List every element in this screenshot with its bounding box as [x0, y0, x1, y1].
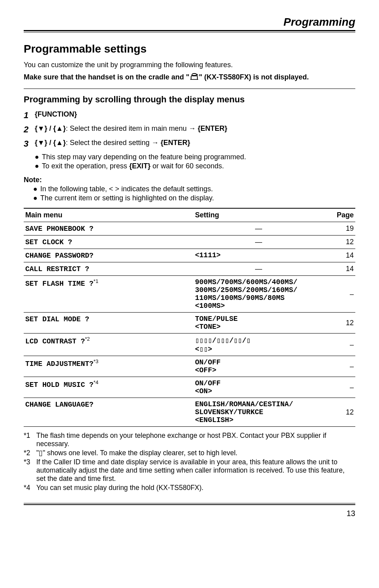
- page: Programming Programmable settings You ca…: [0, 0, 379, 534]
- step-3-text: : Select the desired setting →: [66, 139, 161, 147]
- bullet-dot: ●: [33, 185, 40, 193]
- cell-menu: CHANGE PASSWORD?: [24, 249, 193, 262]
- cell-menu: SET HOLD MUSIC ?*4: [24, 377, 193, 398]
- footer-rule: [24, 503, 355, 505]
- page-number: 13: [24, 509, 355, 518]
- arrow-keys: {▼} / {▲}: [35, 124, 66, 132]
- cell-setting: ON/OFF<ON>: [193, 377, 324, 398]
- col-header-setting: Setting: [193, 208, 324, 222]
- function-key: {FUNCTION}: [35, 110, 77, 118]
- cell-page: 14: [324, 249, 355, 262]
- table-row: CHANGE LANGUAGE?ENGLISH/ROMANA/CESTINA/S…: [24, 398, 355, 427]
- enter-key: {ENTER}: [161, 139, 190, 147]
- cell-page: –: [324, 377, 355, 398]
- cell-menu: SET DIAL MODE ?: [24, 313, 193, 334]
- table-row: TIME ADJUSTMENT?*3ON/OFF<OFF>–: [24, 356, 355, 377]
- table-row: SET HOLD MUSIC ?*4ON/OFF<ON>–: [24, 377, 355, 398]
- exit-key: {EXIT}: [129, 162, 150, 170]
- footnote-num: *2: [24, 449, 36, 457]
- svg-rect-0: [192, 75, 197, 76]
- step-2-text: : Select the desired item in main menu →: [66, 124, 198, 132]
- header-rule: [24, 30, 355, 32]
- table-row: SAVE PHONEBOOK ?—19: [24, 222, 355, 236]
- settings-table: Main menu Setting Page SAVE PHONEBOOK ?—…: [24, 208, 355, 427]
- cell-page: –: [324, 334, 355, 356]
- footnotes: *1The flash time depends on your telepho…: [24, 432, 355, 492]
- footnote-2: "▯" shows one level. To make the display…: [36, 449, 237, 457]
- arrow-keys: {▼} / {▲}: [35, 139, 66, 147]
- cell-setting: ▯▯▯▯/▯▯▯/▯▯/▯<▯▯>: [193, 334, 324, 356]
- footnote-num: *4: [24, 484, 36, 492]
- cell-page: 12: [324, 236, 355, 249]
- footnote-num: *3: [24, 458, 36, 483]
- col-header-page: Page: [324, 208, 355, 222]
- table-row: SET CLOCK ?—12: [24, 236, 355, 249]
- cell-menu: TIME ADJUSTMENT?*3: [24, 356, 193, 377]
- footnote-1: The flash time depends on your telephone…: [36, 432, 355, 448]
- intro-warning: Make sure that the handset is on the cra…: [24, 73, 355, 82]
- cell-setting: <1111>: [193, 249, 324, 262]
- step-number: 2: [24, 124, 35, 135]
- enter-key: {ENTER}: [198, 124, 227, 132]
- cell-menu: SET CLOCK ?: [24, 236, 193, 249]
- table-row: CHANGE PASSWORD?<1111>14: [24, 249, 355, 262]
- cell-menu: CALL RESTRICT ?: [24, 262, 193, 276]
- bullet-dot: ●: [35, 153, 42, 161]
- step-number: 3: [24, 139, 35, 149]
- section-rule: [24, 89, 355, 89]
- cell-setting: TONE/PULSE<TONE>: [193, 313, 324, 334]
- cell-page: 19: [324, 222, 355, 236]
- handset-off-hook-icon: [190, 73, 198, 82]
- footnote-3: If the Caller ID time and date display s…: [36, 458, 355, 483]
- cell-menu: LCD CONTRAST ?*2: [24, 334, 193, 356]
- col-header-menu: Main menu: [24, 208, 193, 222]
- note-2: The current item or setting is highlight…: [40, 194, 214, 202]
- cell-page: 14: [324, 262, 355, 276]
- cell-page: –: [324, 276, 355, 313]
- note-1: In the following table, < > indicates th…: [40, 185, 213, 193]
- subsection-title: Programming by scrolling through the dis…: [24, 94, 355, 105]
- cell-setting: ON/OFF<OFF>: [193, 356, 324, 377]
- sub-bullet-2a: To exit the operation, press: [42, 162, 129, 170]
- cell-menu: SET FLASH TIME ?*1: [24, 276, 193, 313]
- cell-setting: —: [193, 222, 324, 236]
- cell-setting: —: [193, 236, 324, 249]
- cell-setting: 900MS/700MS/600MS/400MS/300MS/250MS/200M…: [193, 276, 324, 313]
- step-sub-bullets: ●This step may vary depending on the fea…: [35, 153, 355, 170]
- step-1: 1 {FUNCTION}: [24, 110, 355, 121]
- sub-bullet-2b: or wait for 60 seconds.: [150, 162, 224, 170]
- cell-setting: —: [193, 262, 324, 276]
- intro-warning-a: Make sure that the handset is on the cra…: [24, 73, 190, 81]
- bullet-dot: ●: [35, 162, 42, 170]
- cell-menu: SAVE PHONEBOOK ?: [24, 222, 193, 236]
- sub-bullet-1: This step may vary depending on the feat…: [42, 153, 246, 161]
- sub-bullet-2: To exit the operation, press {EXIT} or w…: [42, 162, 224, 170]
- step-number: 1: [24, 110, 35, 121]
- table-row: CALL RESTRICT ?—14: [24, 262, 355, 276]
- page-title: Programmable settings: [24, 43, 355, 55]
- note-bullets: ●In the following table, < > indicates t…: [33, 185, 355, 202]
- footnote-num: *1: [24, 432, 36, 448]
- section-header: Programming: [24, 16, 355, 28]
- cell-menu: CHANGE LANGUAGE?: [24, 398, 193, 427]
- table-row: LCD CONTRAST ?*2▯▯▯▯/▯▯▯/▯▯/▯<▯▯>–: [24, 334, 355, 356]
- cell-setting: ENGLISH/ROMANA/CESTINA/SLOVENSKY/TURKCE<…: [193, 398, 324, 427]
- intro-warning-b: " (KX-TS580FX) is not displayed.: [199, 73, 309, 81]
- intro-text: You can customize the unit by programmin…: [24, 61, 355, 69]
- table-row: SET DIAL MODE ?TONE/PULSE<TONE>12: [24, 313, 355, 334]
- step-2: 2 {▼} / {▲}: Select the desired item in …: [24, 124, 355, 135]
- table-row: SET FLASH TIME ?*1900MS/700MS/600MS/400M…: [24, 276, 355, 313]
- cell-page: 12: [324, 398, 355, 427]
- step-3: 3 {▼} / {▲}: Select the desired setting …: [24, 139, 355, 149]
- cell-page: 12: [324, 313, 355, 334]
- note-label: Note:: [24, 176, 355, 184]
- bullet-dot: ●: [33, 194, 40, 202]
- footnote-4: You can set music play during the hold (…: [36, 484, 203, 492]
- cell-page: –: [324, 356, 355, 377]
